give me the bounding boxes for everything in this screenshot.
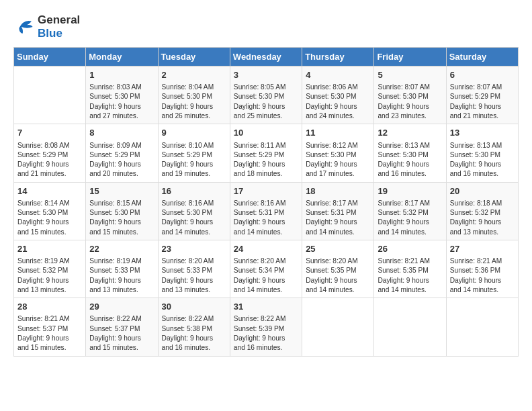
day-info-line: Daylight: 9 hours [162, 218, 226, 227]
day-info-line: Sunrise: 8:21 AM [378, 257, 442, 266]
day-number: 25 [306, 243, 370, 255]
day-info-line: Sunrise: 8:11 AM [234, 141, 298, 150]
day-info-line: and 17 minutes. [306, 169, 370, 179]
page-header: General Blue [13, 13, 519, 40]
calendar-cell [14, 66, 86, 124]
day-number: 8 [89, 127, 154, 139]
day-info-line: Daylight: 9 hours [89, 160, 154, 169]
day-info-line: and 14 minutes. [162, 228, 226, 237]
day-info-line: Sunrise: 8:17 AM [306, 199, 370, 208]
day-info-line: Sunrise: 8:09 AM [89, 141, 154, 150]
day-info-line: Daylight: 9 hours [234, 160, 298, 169]
calendar-cell: 16Sunrise: 8:16 AMSunset: 5:30 PMDayligh… [158, 182, 230, 240]
calendar-week-4: 21Sunrise: 8:19 AMSunset: 5:32 PMDayligh… [14, 240, 519, 298]
day-number: 28 [17, 301, 82, 313]
calendar-week-5: 28Sunrise: 8:21 AMSunset: 5:37 PMDayligh… [14, 298, 519, 356]
day-info-line: and 18 minutes. [234, 169, 298, 179]
calendar-week-2: 7Sunrise: 8:08 AMSunset: 5:29 PMDaylight… [14, 124, 519, 182]
header-cell-wednesday: Wednesday [230, 48, 302, 66]
day-info-line: Sunset: 5:30 PM [162, 92, 226, 101]
day-info-line: Sunrise: 8:20 AM [234, 257, 298, 266]
calendar-cell: 29Sunrise: 8:22 AMSunset: 5:37 PMDayligh… [86, 298, 158, 356]
day-info-line: and 20 minutes. [89, 169, 154, 179]
header-cell-thursday: Thursday [302, 48, 374, 66]
day-info-line: Sunset: 5:35 PM [378, 266, 442, 275]
day-info-line: Sunrise: 8:22 AM [234, 314, 298, 324]
calendar-cell: 4Sunrise: 8:06 AMSunset: 5:30 PMDaylight… [302, 66, 374, 124]
calendar-cell [446, 298, 518, 356]
calendar-cell: 22Sunrise: 8:19 AMSunset: 5:33 PMDayligh… [86, 240, 158, 298]
day-info-line: Daylight: 9 hours [306, 160, 370, 169]
day-info-line: Sunrise: 8:07 AM [450, 83, 515, 92]
day-info-line: and 14 minutes. [306, 285, 370, 295]
day-number: 14 [17, 185, 82, 197]
day-info-line: Sunrise: 8:17 AM [378, 199, 442, 208]
day-info-line: Daylight: 9 hours [450, 102, 515, 111]
day-number: 6 [450, 69, 515, 81]
logo: General Blue [13, 13, 80, 40]
calendar-cell: 8Sunrise: 8:09 AMSunset: 5:29 PMDaylight… [86, 124, 158, 182]
calendar-cell: 27Sunrise: 8:21 AMSunset: 5:36 PMDayligh… [446, 240, 518, 298]
day-info-line: Daylight: 9 hours [17, 334, 82, 343]
calendar-cell: 7Sunrise: 8:08 AMSunset: 5:29 PMDaylight… [14, 124, 86, 182]
day-info-line: Sunrise: 8:15 AM [89, 199, 154, 208]
day-info-line: Daylight: 9 hours [378, 276, 442, 285]
day-info-line: and 14 minutes. [450, 285, 515, 295]
day-info-line: Sunrise: 8:20 AM [162, 257, 226, 266]
day-info-line: and 13 minutes. [89, 285, 154, 295]
day-number: 3 [234, 69, 298, 81]
day-info-line: Sunrise: 8:13 AM [450, 141, 515, 150]
header-cell-friday: Friday [374, 48, 446, 66]
day-info-line: Sunset: 5:29 PM [450, 92, 515, 101]
calendar-cell: 14Sunrise: 8:14 AMSunset: 5:30 PMDayligh… [14, 182, 86, 240]
day-info-line: Daylight: 9 hours [378, 218, 442, 227]
day-info-line: Daylight: 9 hours [234, 334, 298, 343]
day-info-line: Daylight: 9 hours [162, 334, 226, 343]
day-info-line: Daylight: 9 hours [234, 102, 298, 111]
day-info-line: Daylight: 9 hours [450, 218, 515, 227]
day-info-line: Sunrise: 8:06 AM [306, 83, 370, 92]
day-info-line: Daylight: 9 hours [306, 276, 370, 285]
day-number: 20 [450, 185, 515, 197]
day-info-line: Sunrise: 8:21 AM [450, 257, 515, 266]
calendar-week-1: 1Sunrise: 8:03 AMSunset: 5:30 PMDaylight… [14, 66, 519, 124]
day-info-line: Sunrise: 8:04 AM [162, 83, 226, 92]
header-cell-tuesday: Tuesday [158, 48, 230, 66]
day-info-line: and 13 minutes. [17, 285, 82, 295]
day-info-line: Sunset: 5:37 PM [89, 324, 154, 334]
day-info-line: and 23 minutes. [378, 111, 442, 121]
day-info-line: Sunset: 5:30 PM [17, 208, 82, 218]
day-info-line: and 15 minutes. [89, 343, 154, 353]
day-info-line: Sunrise: 8:19 AM [17, 257, 82, 266]
day-info-line: and 15 minutes. [17, 343, 82, 353]
day-info-line: and 27 minutes. [89, 111, 154, 121]
day-info-line: Sunset: 5:30 PM [162, 208, 226, 218]
calendar-cell: 28Sunrise: 8:21 AMSunset: 5:37 PMDayligh… [14, 298, 86, 356]
day-info-line: and 14 minutes. [306, 228, 370, 237]
day-info-line: Sunset: 5:31 PM [306, 208, 370, 218]
day-info-line: Sunset: 5:36 PM [450, 266, 515, 275]
day-number: 13 [450, 127, 515, 139]
calendar-cell: 2Sunrise: 8:04 AMSunset: 5:30 PMDaylight… [158, 66, 230, 124]
calendar-cell: 9Sunrise: 8:10 AMSunset: 5:29 PMDaylight… [158, 124, 230, 182]
day-info-line: Sunrise: 8:14 AM [17, 199, 82, 208]
day-number: 17 [234, 185, 298, 197]
day-number: 2 [162, 69, 226, 81]
day-info-line: Sunrise: 8:16 AM [162, 199, 226, 208]
calendar-cell: 19Sunrise: 8:17 AMSunset: 5:32 PMDayligh… [374, 182, 446, 240]
day-info-line: Daylight: 9 hours [234, 218, 298, 227]
calendar-cell: 25Sunrise: 8:20 AMSunset: 5:35 PMDayligh… [302, 240, 374, 298]
day-info-line: and 21 minutes. [450, 111, 515, 121]
day-info-line: and 25 minutes. [234, 111, 298, 121]
calendar-header-row: SundayMondayTuesdayWednesdayThursdayFrid… [14, 48, 519, 66]
header-cell-monday: Monday [86, 48, 158, 66]
day-info-line: and 24 minutes. [306, 111, 370, 121]
day-info-line: Sunrise: 8:18 AM [450, 199, 515, 208]
day-info-line: Daylight: 9 hours [89, 102, 154, 111]
calendar-cell: 5Sunrise: 8:07 AMSunset: 5:30 PMDaylight… [374, 66, 446, 124]
day-info-line: Daylight: 9 hours [162, 160, 226, 169]
day-info-line: Daylight: 9 hours [450, 160, 515, 169]
day-number: 29 [89, 301, 154, 313]
calendar-cell: 31Sunrise: 8:22 AMSunset: 5:39 PMDayligh… [230, 298, 302, 356]
calendar-cell: 15Sunrise: 8:15 AMSunset: 5:30 PMDayligh… [86, 182, 158, 240]
